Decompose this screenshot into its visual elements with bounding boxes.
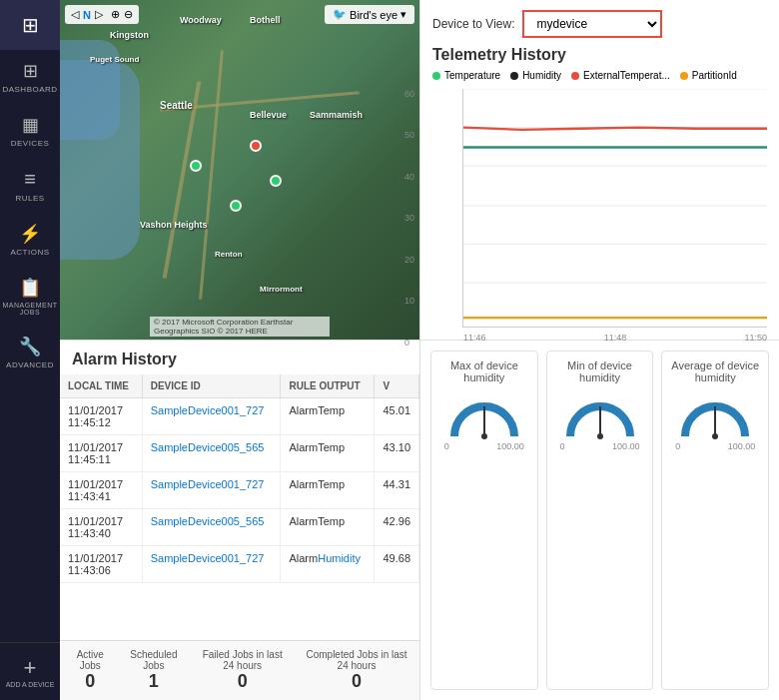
dashboard-icon: ⊞ (23, 60, 38, 82)
map-zoom-out[interactable]: ⊖ (124, 8, 133, 21)
job-stat-failed: Failed Jobs in last 24 hours 0 (199, 649, 286, 692)
legend-dot-externaltemp (571, 72, 579, 80)
map-label-mirrormont: Mirrormont (260, 285, 303, 294)
job-failed-value: 0 (238, 671, 248, 692)
device-select[interactable]: mydevice (522, 10, 662, 38)
sidebar-logo: ⊞ (0, 0, 60, 50)
alarm-scroll-wrap[interactable]: LOCAL TIME DEVICE ID RULE OUTPUT V 11/01… (60, 374, 419, 640)
gauge-min-svg (560, 391, 640, 441)
x-label-1146: 11:46 (463, 333, 486, 343)
alarm-table-row: 11/01/2017 11:45:11SampleDevice005_565Al… (60, 435, 419, 472)
legend-dot-temperature (432, 72, 440, 80)
alarm-device[interactable]: SampleDevice005_565 (142, 509, 281, 546)
sidebar-item-rules[interactable]: ≡ RULES (0, 158, 60, 213)
legend-partitionid: PartitionId (680, 70, 737, 81)
svg-point-11 (712, 433, 718, 439)
map-label-sammamish: Sammamish (310, 110, 363, 120)
alarm-device[interactable]: SampleDevice001_727 (142, 472, 281, 509)
alarm-device[interactable]: SampleDevice001_727 (142, 546, 281, 583)
legend-dot-partitionid (680, 72, 688, 80)
y-label-60: 60 (404, 89, 414, 99)
alarm-table: LOCAL TIME DEVICE ID RULE OUTPUT V 11/01… (60, 374, 419, 583)
x-label-1148: 11:48 (604, 333, 627, 343)
map-label-renton: Renton (215, 250, 243, 259)
sidebar-item-dashboard[interactable]: ⊞ DASHBOARD (0, 50, 60, 104)
y-label-50: 50 (404, 130, 414, 140)
gauge-max-max: 100.00 (496, 441, 524, 451)
job-stat-active: Active Jobs 0 (72, 649, 108, 692)
alarm-table-row: 11/01/2017 11:43:06SampleDevice001_727Al… (60, 546, 419, 583)
map-copyright: © 2017 Microsoft Corporation Earthstar G… (150, 317, 330, 337)
map-container: Kingston Woodway Puget Sound Seattle Bel… (60, 0, 419, 340)
map-birdeye-button[interactable]: 🐦 Bird's eye ▾ (325, 5, 414, 24)
gauge-avg-svg (675, 391, 755, 441)
job-stat-completed: Completed Jobs in last 24 hours 0 (306, 649, 407, 692)
legend-humidity: Humidity (510, 70, 561, 81)
y-label-0: 0 (404, 338, 414, 348)
alarm-rule: AlarmTemp (281, 398, 375, 435)
sidebar-item-label: MANAGEMENTJOBS (2, 302, 57, 316)
alarm-device[interactable]: SampleDevice005_565 (142, 435, 281, 472)
alarm-rule: AlarmTemp (281, 509, 375, 546)
map-marker-green-1 (190, 160, 202, 172)
gauge-min-min: 0 (560, 441, 565, 451)
map-label-woodway: Woodway (180, 15, 222, 25)
gauge-min-range: 0 100.00 (560, 441, 640, 451)
device-to-view-label: Device to View: (432, 17, 514, 31)
alarm-value: 44.31 (375, 472, 419, 509)
map-nav-left[interactable]: ◁ (71, 8, 79, 21)
legend-label-externaltemp: ExternalTemperat... (583, 70, 670, 81)
management-icon: 📋 (19, 277, 41, 299)
alarm-time: 11/01/2017 11:43:06 (60, 546, 142, 583)
add-device-button[interactable]: + ADD A DEVICE (0, 642, 60, 700)
add-device-label: ADD A DEVICE (6, 681, 55, 688)
gauge-max-min: 0 (444, 441, 449, 451)
map-label-bellevue: Bellevue (250, 110, 287, 120)
svg-point-7 (481, 433, 487, 439)
alarm-table-row: 11/01/2017 11:43:40SampleDevice005_565Al… (60, 509, 419, 546)
map-nav-right[interactable]: ▷ (95, 8, 103, 21)
legend-label-temperature: Temperature (444, 70, 500, 81)
actions-icon: ⚡ (19, 223, 41, 245)
y-label-30: 30 (404, 213, 414, 223)
map-label-kingston: Kingston (110, 30, 149, 40)
device-selector: Device to View: mydevice (432, 10, 767, 38)
gauge-min-max: 100.00 (612, 441, 640, 451)
telemetry-panel: Device to View: mydevice Telemetry Histo… (419, 0, 779, 340)
sidebar-item-advanced[interactable]: 🔧 ADVANCED (0, 326, 60, 379)
sidebar-item-management-jobs[interactable]: 📋 MANAGEMENTJOBS (0, 267, 60, 326)
map-label-vashon: Vashon Heights (140, 220, 208, 230)
map-label-seattle: Seattle (160, 100, 193, 111)
job-completed-label: Completed Jobs in last 24 hours (306, 649, 407, 671)
gauge-avg-range: 0 100.00 (675, 441, 755, 451)
alarm-time: 11/01/2017 11:45:12 (60, 398, 142, 435)
y-label-40: 40 (404, 172, 414, 182)
rules-icon: ≡ (24, 168, 36, 191)
telemetry-title: Telemetry History (432, 46, 767, 64)
map-marker-green-3 (230, 200, 242, 212)
map-zoom-in[interactable]: ⊕ (111, 8, 120, 21)
alarm-device[interactable]: SampleDevice001_727 (142, 398, 281, 435)
gauge-avg-visual (675, 391, 755, 441)
alarm-rule: AlarmTemp (281, 472, 375, 509)
telemetry-legend: Temperature Humidity ExternalTemperat...… (432, 70, 767, 81)
alarm-panel: Alarm History LOCAL TIME DEVICE ID RULE … (60, 340, 419, 700)
sidebar-item-actions[interactable]: ⚡ ACTIONS (0, 213, 60, 267)
sidebar-item-label: ADVANCED (6, 360, 54, 369)
job-active-label: Active Jobs (72, 649, 108, 671)
advanced-icon: 🔧 (19, 336, 41, 357)
y-label-20: 20 (404, 255, 414, 265)
sidebar-item-label: DASHBOARD (2, 85, 57, 94)
alarm-time: 11/01/2017 11:45:11 (60, 435, 142, 472)
sidebar-item-devices[interactable]: ▦ DEVICES (0, 104, 60, 158)
map-toolbar[interactable]: ◁ N ▷ ⊕ ⊖ (65, 5, 139, 24)
birdeye-icon: 🐦 (333, 8, 347, 21)
gauge-max-visual (444, 391, 524, 441)
gauge-min-visual (560, 391, 640, 441)
sidebar-item-label: DEVICES (11, 139, 50, 148)
humidity-gauges: Max of devicehumidity 0 (420, 341, 779, 700)
map-compass: N (83, 9, 91, 21)
chart-wrapper: 60 50 40 30 20 10 0 (432, 89, 767, 348)
gauge-avg-max: 100.00 (728, 441, 756, 451)
alarm-title: Alarm History (60, 341, 419, 374)
